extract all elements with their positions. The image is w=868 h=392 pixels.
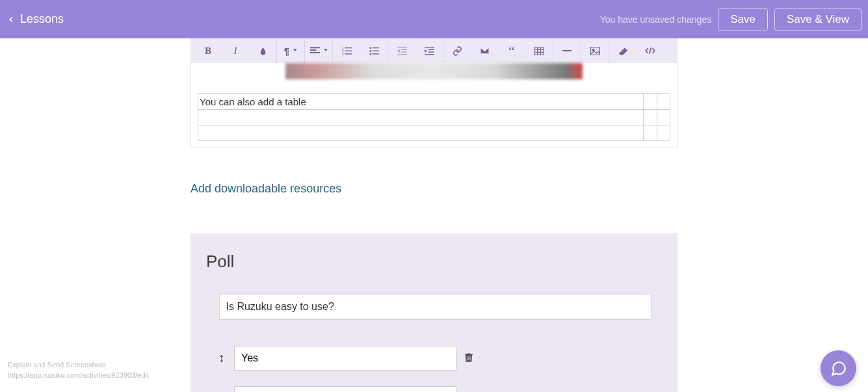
table-cell[interactable]: You can also add a table — [198, 94, 644, 110]
chevron-down-icon — [293, 49, 297, 51]
table-cell[interactable] — [657, 94, 670, 110]
table-cell[interactable] — [198, 110, 644, 125]
poll-heading: Poll — [206, 252, 664, 272]
content-table[interactable]: You can also add a table — [198, 93, 670, 141]
delete-option-button[interactable] — [465, 353, 473, 364]
text-color-button[interactable] — [249, 38, 276, 63]
caption-line: Explain and Send Screenshots — [8, 360, 149, 370]
svg-rect-23 — [425, 54, 434, 55]
svg-point-11 — [369, 50, 371, 52]
table-cell[interactable] — [657, 125, 670, 141]
table-cell[interactable] — [198, 125, 644, 141]
svg-rect-12 — [372, 50, 378, 51]
chevron-down-icon — [324, 49, 328, 51]
svg-rect-10 — [372, 47, 378, 47]
help-chat-button[interactable] — [821, 350, 856, 386]
poll-option-row: ↕ — [206, 386, 664, 392]
indent-button[interactable] — [415, 38, 443, 63]
svg-rect-20 — [425, 47, 434, 47]
bold-button[interactable]: B — [194, 38, 222, 63]
svg-rect-35 — [469, 356, 469, 360]
svg-rect-14 — [372, 53, 378, 54]
envelope-icon — [480, 47, 490, 55]
table-icon — [534, 47, 544, 55]
save-button[interactable]: Save — [718, 8, 768, 31]
unordered-list-icon — [369, 47, 379, 55]
italic-icon: I — [234, 46, 237, 57]
svg-rect-34 — [467, 356, 467, 360]
svg-text:3: 3 — [342, 53, 344, 55]
unsaved-changes-text: You have unsaved changes — [600, 14, 712, 25]
outdent-button[interactable] — [388, 38, 415, 63]
table-cell[interactable] — [657, 110, 670, 125]
ordered-list-icon: 123 — [342, 47, 352, 55]
svg-rect-30 — [562, 50, 572, 51]
header-title: Lessons — [20, 12, 64, 26]
svg-rect-36 — [470, 356, 471, 360]
add-downloadable-resources-link[interactable]: Add downloadable resources — [191, 182, 677, 196]
poll-option-row: ↕ — [206, 346, 664, 371]
poll-section: Poll ↕ ↕ — [191, 233, 677, 392]
svg-point-13 — [369, 53, 371, 55]
caption-url: https://app.ruzuku.com/activities/923903… — [8, 371, 149, 380]
svg-rect-22 — [428, 51, 434, 52]
svg-rect-8 — [345, 53, 351, 54]
svg-rect-2 — [310, 52, 320, 53]
svg-point-32 — [592, 49, 594, 51]
italic-button[interactable]: I — [222, 38, 249, 63]
svg-line-33 — [650, 47, 651, 53]
ordered-list-button[interactable]: 123 — [333, 38, 360, 63]
horizontal-rule-button[interactable] — [553, 38, 581, 63]
editor-toolbar: B I ¶ 123 “ — [191, 38, 677, 63]
save-and-view-button[interactable]: Save & View — [774, 8, 861, 31]
chevron-left-icon — [7, 15, 16, 24]
poll-option-input[interactable] — [234, 346, 456, 371]
table-cell[interactable] — [644, 94, 657, 110]
paragraph-format-button[interactable]: ¶ — [277, 38, 304, 63]
outdent-icon — [397, 47, 407, 55]
svg-rect-4 — [345, 47, 351, 47]
image-icon — [590, 47, 600, 55]
clear-formatting-button[interactable] — [609, 38, 637, 63]
content-image[interactable] — [285, 63, 583, 79]
svg-rect-18 — [397, 54, 407, 55]
indent-icon — [425, 47, 434, 55]
paragraph-icon: ¶ — [284, 46, 289, 57]
svg-marker-19 — [397, 49, 400, 53]
bold-icon: B — [205, 46, 211, 57]
poll-question-input[interactable] — [219, 294, 651, 320]
svg-point-9 — [369, 47, 371, 49]
svg-rect-16 — [401, 49, 406, 49]
quote-button[interactable]: “ — [498, 38, 525, 63]
code-icon — [645, 47, 655, 55]
droplet-icon — [259, 46, 267, 56]
poll-option-input[interactable] — [234, 386, 456, 392]
chat-icon — [830, 360, 847, 377]
table-cell[interactable] — [644, 125, 657, 141]
svg-rect-1 — [310, 49, 316, 51]
svg-rect-21 — [428, 49, 434, 49]
svg-rect-31 — [590, 47, 599, 55]
svg-rect-25 — [535, 47, 544, 55]
unordered-list-button[interactable] — [360, 38, 388, 63]
email-button[interactable] — [471, 38, 498, 63]
link-icon — [453, 46, 462, 56]
eraser-icon — [618, 47, 628, 55]
screenshot-caption: Explain and Send Screenshots https://app… — [8, 360, 149, 380]
drag-handle-icon[interactable]: ↕ — [216, 351, 228, 365]
align-button[interactable] — [305, 38, 332, 63]
svg-rect-15 — [397, 47, 407, 47]
table-button[interactable] — [525, 38, 553, 63]
trash-icon — [465, 353, 473, 362]
align-left-icon — [310, 47, 320, 55]
table-cell[interactable] — [644, 110, 657, 125]
quote-icon: “ — [508, 47, 515, 55]
image-button[interactable] — [581, 38, 609, 63]
svg-marker-24 — [425, 49, 427, 53]
svg-rect-0 — [310, 47, 320, 48]
back-to-lessons[interactable]: Lessons — [7, 12, 64, 26]
code-view-button[interactable] — [637, 38, 664, 63]
link-button[interactable] — [443, 38, 471, 63]
editor-content-area[interactable]: You can also add a table — [191, 63, 677, 148]
svg-rect-6 — [345, 50, 351, 51]
